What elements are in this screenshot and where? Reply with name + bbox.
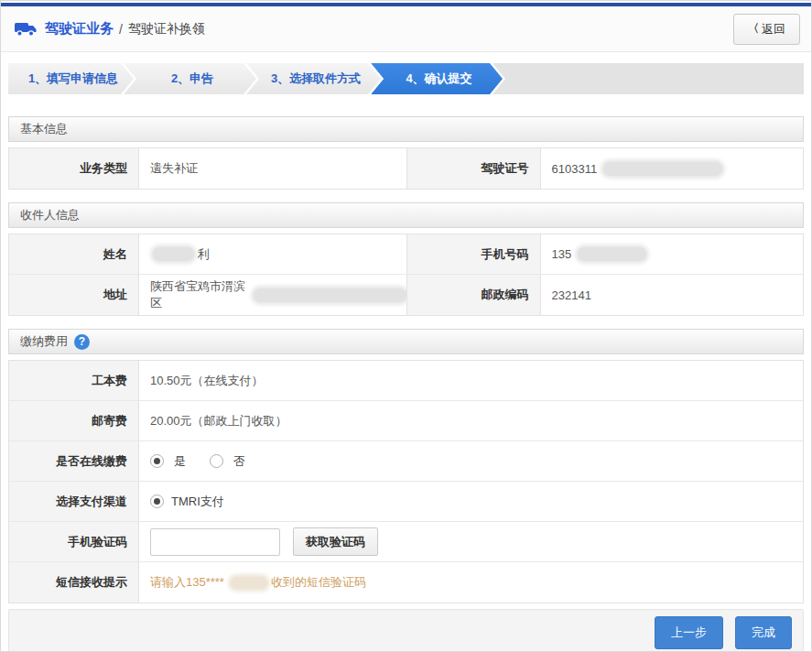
page: 驾驶证业务 / 驾驶证补换领 〈 返回 1、填写申请信息 2、申告 3、选择取件… bbox=[0, 0, 812, 652]
radio-online-yes-label[interactable]: 是 bbox=[174, 453, 186, 470]
tab-step-3-label: 3、选择取件方式 bbox=[244, 63, 381, 94]
breadcrumb-section[interactable]: 驾驶证业务 bbox=[45, 20, 114, 38]
header: 驾驶证业务 / 驾驶证补换领 〈 返回 bbox=[1, 6, 811, 52]
tab-step-3-pickup-method[interactable]: 3、选择取件方式 bbox=[246, 63, 384, 94]
phone-label: 手机号码 bbox=[406, 234, 541, 274]
name-value: 利 bbox=[139, 234, 406, 274]
basic-info-table: 业务类型 遗失补证 驾驶证号 6103311 bbox=[8, 147, 804, 190]
radio-online-no[interactable] bbox=[210, 454, 223, 468]
tab-step-2-declaration[interactable]: 2、申告 bbox=[124, 63, 259, 94]
address-label: 地址 bbox=[9, 275, 139, 315]
payment-channel-label: 选择支付渠道 bbox=[9, 482, 139, 521]
table-row: 邮寄费 20.00元（邮政上门收取） bbox=[9, 401, 803, 441]
sms-hint-text: 请输入135**** 收到的短信验证码 bbox=[139, 562, 803, 603]
table-row: 工本费 10.50元（在线支付） bbox=[9, 361, 803, 401]
postcode-label: 邮政编码 bbox=[406, 275, 541, 315]
back-button-label: 返回 bbox=[762, 21, 785, 38]
finish-button[interactable]: 完成 bbox=[735, 616, 792, 649]
business-type-label: 业务类型 bbox=[9, 148, 139, 189]
payment-channel-options: TMRI支付 bbox=[139, 482, 803, 521]
section-payment-fees: 缴纳费用 ? 工本费 10.50元（在线支付） 邮寄费 20.00元（邮政上门收… bbox=[8, 329, 804, 603]
truck-icon bbox=[14, 20, 38, 38]
name-label: 姓名 bbox=[9, 234, 139, 274]
table-row: 手机验证码 获取验证码 bbox=[9, 522, 803, 562]
postage-fee-label: 邮寄费 bbox=[9, 401, 139, 440]
recipient-info-header: 收件人信息 bbox=[8, 202, 804, 228]
table-row: 地址 陕西省宝鸡市渭滨区 邮政编码 232141 bbox=[9, 275, 803, 315]
tab-step-4-confirm-submit[interactable]: 4、确认提交 bbox=[371, 63, 505, 94]
address-value: 陕西省宝鸡市渭滨区 bbox=[139, 275, 406, 315]
radio-online-yes[interactable] bbox=[150, 454, 164, 468]
sms-code-label: 手机验证码 bbox=[9, 522, 139, 561]
previous-step-button[interactable]: 上一步 bbox=[655, 616, 723, 649]
redacted-area bbox=[153, 247, 194, 261]
step-tabs: 1、填写申请信息 2、申告 3、选择取件方式 4、确认提交 bbox=[8, 63, 804, 94]
online-payment-label: 是否在线缴费 bbox=[9, 441, 139, 481]
table-row: 业务类型 遗失补证 驾驶证号 6103311 bbox=[9, 148, 803, 189]
license-number-value: 6103311 bbox=[541, 148, 804, 189]
sms-code-field: 获取验证码 bbox=[139, 522, 803, 561]
table-row: 短信接收提示 请输入135**** 收到的短信验证码 bbox=[9, 562, 803, 603]
phone-value: 135 bbox=[541, 234, 804, 274]
table-row: 选择支付渠道 TMRI支付 bbox=[9, 482, 803, 522]
tab-step-1-label: 1、填写申请信息 bbox=[5, 63, 134, 94]
payment-fees-table: 工本费 10.50元（在线支付） 邮寄费 20.00元（邮政上门收取） 是否在线… bbox=[8, 360, 804, 603]
table-row: 是否在线缴费 是 否 bbox=[9, 441, 803, 482]
footer-action-bar: 上一步 完成 bbox=[8, 609, 804, 652]
redacted-area bbox=[231, 577, 267, 589]
breadcrumb-separator: / bbox=[119, 22, 123, 37]
postage-fee-value: 20.00元（邮政上门收取） bbox=[139, 401, 803, 440]
recipient-info-title: 收件人信息 bbox=[20, 207, 80, 223]
payment-fees-header: 缴纳费用 ? bbox=[8, 329, 804, 354]
help-icon[interactable]: ? bbox=[74, 334, 90, 350]
production-fee-value: 10.50元（在线支付） bbox=[139, 361, 803, 400]
radio-channel-tmri[interactable] bbox=[150, 494, 164, 508]
section-basic-info: 基本信息 业务类型 遗失补证 驾驶证号 6103311 bbox=[8, 116, 804, 190]
postcode-value: 232141 bbox=[541, 275, 804, 315]
tab-step-4-label: 4、确认提交 bbox=[368, 63, 503, 94]
sms-code-input[interactable] bbox=[150, 528, 280, 556]
recipient-info-table: 姓名 利 手机号码 135 地址 bbox=[8, 234, 804, 316]
sms-hint-label: 短信接收提示 bbox=[9, 562, 139, 603]
back-button[interactable]: 〈 返回 bbox=[733, 14, 800, 45]
redacted-area bbox=[254, 288, 406, 302]
production-fee-label: 工本费 bbox=[9, 361, 139, 400]
redacted-area bbox=[603, 162, 722, 176]
basic-info-header: 基本信息 bbox=[8, 116, 804, 142]
radio-online-no-label[interactable]: 否 bbox=[233, 453, 245, 470]
online-payment-options: 是 否 bbox=[139, 441, 803, 481]
tab-step-1-fill-application[interactable]: 1、填写申请信息 bbox=[8, 63, 136, 94]
tab-step-2-label: 2、申告 bbox=[121, 63, 256, 94]
table-row: 姓名 利 手机号码 135 bbox=[9, 234, 803, 275]
back-chevron-icon: 〈 bbox=[748, 21, 759, 37]
breadcrumb-page: 驾驶证补换领 bbox=[128, 21, 205, 38]
business-type-value: 遗失补证 bbox=[139, 148, 406, 189]
redacted-area bbox=[578, 247, 646, 261]
license-number-label: 驾驶证号 bbox=[406, 148, 541, 189]
section-recipient-info: 收件人信息 姓名 利 手机号码 135 bbox=[8, 202, 804, 316]
get-code-button[interactable]: 获取验证码 bbox=[293, 527, 378, 556]
radio-channel-tmri-label[interactable]: TMRI支付 bbox=[171, 494, 224, 510]
payment-fees-title: 缴纳费用 bbox=[20, 333, 68, 350]
basic-info-title: 基本信息 bbox=[20, 121, 68, 137]
